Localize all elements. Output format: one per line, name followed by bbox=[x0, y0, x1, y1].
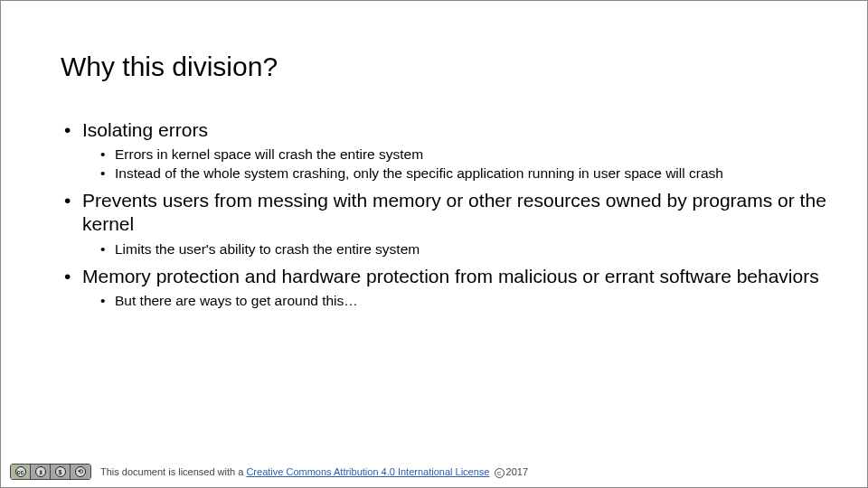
sub-bullet-item: Limits the user's ability to crash the e… bbox=[82, 240, 831, 258]
bullet-item: Prevents users from messing with memory … bbox=[61, 189, 831, 258]
bullet-list: Isolating errors Errors in kernel space … bbox=[61, 118, 831, 310]
bullet-text: Prevents users from messing with memory … bbox=[82, 190, 826, 234]
slide-title: Why this division? bbox=[61, 52, 278, 82]
sub-bullet-list: Errors in kernel space will crash the en… bbox=[82, 145, 831, 182]
cc-mark-by-icon: 🯅 bbox=[31, 465, 51, 479]
cc-mark-cc-icon: cc bbox=[11, 465, 31, 479]
license-text: This document is licensed with a Creativ… bbox=[100, 466, 528, 478]
slide-content: Isolating errors Errors in kernel space … bbox=[61, 118, 831, 317]
license-link[interactable]: Creative Commons Attribution 4.0 Interna… bbox=[246, 466, 489, 477]
footer: cc 🯅 $ ⟲ This document is licensed with … bbox=[10, 464, 858, 480]
bullet-text: Isolating errors bbox=[82, 119, 208, 140]
cc-mark-nc-icon: $ bbox=[51, 465, 71, 479]
sub-bullet-list: But there are ways to get around this… bbox=[82, 292, 831, 309]
license-year: 2017 bbox=[506, 466, 528, 477]
bullet-text: Memory protection and hardware protectio… bbox=[82, 266, 819, 286]
slide: Why this division? Isolating errors Erro… bbox=[0, 0, 868, 488]
copyright-icon: c bbox=[495, 468, 505, 478]
sub-bullet-item: Instead of the whole system crashing, on… bbox=[82, 164, 831, 182]
sub-bullet-list: Limits the user's ability to crash the e… bbox=[82, 240, 831, 258]
cc-mark-sa-icon: ⟲ bbox=[71, 465, 90, 479]
license-prefix: This document is licensed with a bbox=[100, 466, 246, 477]
cc-license-badge-icon: cc 🯅 $ ⟲ bbox=[10, 464, 91, 480]
bullet-item: Memory protection and hardware protectio… bbox=[61, 265, 831, 310]
sub-bullet-item: Errors in kernel space will crash the en… bbox=[82, 145, 831, 163]
bullet-item: Isolating errors Errors in kernel space … bbox=[61, 118, 831, 182]
sub-bullet-item: But there are ways to get around this… bbox=[82, 292, 831, 309]
